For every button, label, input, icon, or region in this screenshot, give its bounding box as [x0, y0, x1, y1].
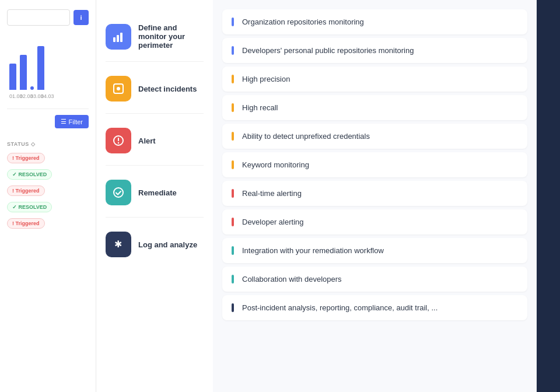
- remediate-icon: [106, 180, 131, 205]
- accent-high-recall: [232, 103, 234, 112]
- define-label: Define and monitor your perimeter: [138, 23, 204, 50]
- features-column: Define and monitor your perimeter Detect…: [96, 0, 213, 392]
- accent-collab: [232, 275, 234, 284]
- accent-post-incident: [232, 303, 234, 312]
- status-badge-2: ✓ RESOLVED: [7, 169, 52, 180]
- bar-group-2: [20, 55, 27, 90]
- text-high-precision: High precision: [242, 75, 290, 83]
- text-collab: Collaboration with developers: [242, 275, 342, 284]
- svg-rect-0: [113, 37, 116, 42]
- period-dropdown[interactable]: [7, 9, 70, 26]
- accent-integration: [232, 246, 234, 255]
- detail-collab: Collaboration with developers: [222, 267, 527, 292]
- detect-icon: [106, 76, 131, 102]
- chart-label-1: 01.03: [9, 93, 16, 99]
- text-org-repos: Organization repositories monitoring: [242, 18, 364, 26]
- right-dark-panel: [537, 0, 560, 392]
- text-integration: Integration with your remediation workfl…: [242, 246, 384, 255]
- feature-remediate[interactable]: Remediate: [106, 168, 204, 217]
- detail-high-precision: High precision: [222, 66, 527, 92]
- detail-dev-alert: Developer alerting: [222, 209, 527, 235]
- divider-1: [7, 108, 89, 109]
- detail-unprefixed: Ability to detect unprefixed credentials: [222, 124, 527, 149]
- dropdown-row: i: [7, 9, 89, 26]
- detect-label: Detect incidents: [138, 85, 197, 93]
- chart-label-3: 03.03: [30, 93, 37, 99]
- detail-realtime-alert: Real-time alerting: [222, 181, 527, 206]
- alert-icon: [106, 128, 131, 153]
- text-dev-repos: Developers' personal public repositories…: [242, 46, 414, 55]
- accent-high-precision: [232, 75, 234, 83]
- bar-1: [9, 64, 16, 90]
- text-realtime-alert: Real-time alerting: [242, 189, 302, 198]
- accent-keyword: [232, 160, 234, 169]
- chart-labels: 01.03 02.03 03.03 04.03: [7, 93, 89, 99]
- detail-keyword: Keyword monitoring: [222, 152, 527, 177]
- log-icon: ✱: [106, 232, 131, 257]
- detail-high-recall: High recall: [222, 95, 527, 120]
- feature-detect[interactable]: Detect incidents: [106, 64, 204, 113]
- filter-label: Filter: [69, 118, 83, 125]
- status-header: STATUS ◇: [7, 141, 89, 147]
- feature-define[interactable]: Define and monitor your perimeter: [106, 12, 204, 61]
- alert-label: Alert: [138, 136, 156, 145]
- accent-dev-alert: [232, 218, 234, 226]
- detail-post-incident: Post-incident analysis, reporting, compl…: [222, 295, 527, 320]
- svg-point-8: [114, 188, 123, 197]
- accent-org-repos: [232, 18, 234, 26]
- detail-column: Organization repositories monitoring Dev…: [213, 0, 537, 392]
- status-badge-4: ✓ RESOLVED: [7, 202, 52, 212]
- svg-rect-2: [120, 33, 123, 42]
- bar-group-1: [9, 64, 16, 90]
- status-badge-1: ! Triggered: [7, 153, 45, 163]
- chart-label-4: 04.03: [41, 93, 48, 99]
- remediate-label: Remediate: [138, 188, 177, 197]
- accent-unprefixed: [232, 132, 234, 141]
- log-label: Log and analyze: [138, 240, 197, 249]
- svg-text:✱: ✱: [114, 239, 122, 249]
- detail-org-repos: Organization repositories monitoring: [222, 9, 527, 34]
- filter-icon: ☰: [61, 118, 66, 125]
- filter-button[interactable]: ☰ Filter: [55, 115, 89, 128]
- bar-group-4: [37, 46, 44, 90]
- svg-point-7: [118, 142, 119, 144]
- bar-dot-3: [30, 86, 34, 90]
- bar-chart: [7, 37, 89, 90]
- info-button[interactable]: i: [74, 10, 89, 25]
- svg-rect-6: [118, 138, 119, 141]
- bar-4: [37, 46, 44, 90]
- text-high-recall: High recall: [242, 103, 278, 112]
- svg-point-4: [117, 87, 120, 90]
- feature-log[interactable]: ✱ Log and analyze: [106, 220, 204, 269]
- bar-group-3: [30, 86, 34, 90]
- status-badge-5: ! Triggered: [7, 218, 45, 229]
- text-unprefixed: Ability to detect unprefixed credentials: [242, 132, 370, 141]
- define-icon: [106, 24, 131, 50]
- svg-rect-1: [117, 35, 119, 42]
- text-post-incident: Post-incident analysis, reporting, compl…: [242, 303, 438, 312]
- accent-dev-repos: [232, 46, 234, 55]
- main-content: Define and monitor your perimeter Detect…: [96, 0, 560, 392]
- detail-integration: Integration with your remediation workfl…: [222, 238, 527, 263]
- text-keyword: Keyword monitoring: [242, 160, 309, 169]
- accent-realtime-alert: [232, 189, 234, 198]
- left-sidebar: i 01.03 02.03 03.03 04.03 ☰ Filter STATU…: [0, 0, 96, 392]
- text-dev-alert: Developer alerting: [242, 218, 304, 226]
- bar-2: [20, 55, 27, 90]
- status-badge-3: ! Triggered: [7, 186, 45, 196]
- chart-label-2: 02.03: [20, 93, 27, 99]
- feature-alert[interactable]: Alert: [106, 116, 204, 165]
- detail-dev-repos: Developers' personal public repositories…: [222, 38, 527, 63]
